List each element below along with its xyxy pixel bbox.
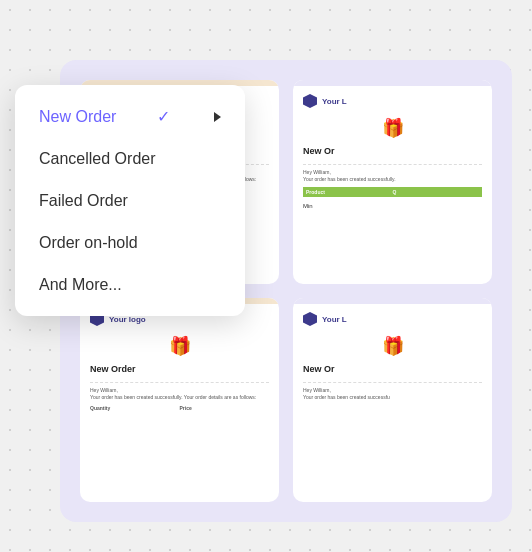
checkmark-icon: ✓ <box>157 107 170 126</box>
dropdown-item-new-order[interactable]: New Order ✓ <box>15 95 245 138</box>
card-body-2: Hey William,Your order has been created … <box>303 169 482 183</box>
logo-text-4: Your L <box>322 315 347 324</box>
col-price-3: Price <box>180 405 270 411</box>
gift-icon-2: 🎁 <box>379 114 407 142</box>
dropdown-item-more[interactable]: And More... <box>15 264 245 306</box>
dropdown-menu: New Order ✓ Cancelled Order Failed Order… <box>15 85 245 316</box>
dropdown-label-new-order: New Order <box>39 108 116 126</box>
logo-row-2: Your L <box>303 94 482 108</box>
card-title-3: New Order <box>90 364 269 374</box>
accent-bar-4 <box>293 298 492 304</box>
card-body-4: Hey William,Your order has been created … <box>303 387 482 401</box>
dropdown-label-cancelled: Cancelled Order <box>39 150 156 168</box>
card-title-4: New Or <box>303 364 482 374</box>
divider-4 <box>303 382 482 383</box>
cursor-arrow-icon <box>214 112 221 122</box>
dropdown-label-more: And More... <box>39 276 122 294</box>
card-title-2: New Or <box>303 146 482 156</box>
logo-text-2: Your L <box>322 97 347 106</box>
table-header-3: Quantity Price <box>90 405 269 411</box>
divider-3 <box>90 382 269 383</box>
shield-icon-4 <box>303 312 317 326</box>
col-qty-3: Quantity <box>90 405 180 411</box>
dropdown-item-failed[interactable]: Failed Order <box>15 180 245 222</box>
col-product: Product <box>306 189 393 195</box>
accent-bar-2 <box>293 80 492 86</box>
product-row-2: Min <box>303 203 482 209</box>
divider-2 <box>303 164 482 165</box>
dropdown-label-onhold: Order on-hold <box>39 234 138 252</box>
email-card-4: Your L 🎁 New Or Hey William,Your order h… <box>293 298 492 502</box>
email-card-3: Your logo 🎁 New Order Hey William,Your o… <box>80 298 279 502</box>
dropdown-label-failed: Failed Order <box>39 192 128 210</box>
logo-row-4: Your L <box>303 312 482 326</box>
table-header-2: Product Q <box>303 187 482 197</box>
email-card-2: Your L 🎁 New Or Hey William,Your order h… <box>293 80 492 284</box>
shield-icon-2 <box>303 94 317 108</box>
dropdown-item-onhold[interactable]: Order on-hold <box>15 222 245 264</box>
gift-icon-4: 🎁 <box>379 332 407 360</box>
gift-icon-3: 🎁 <box>166 332 194 360</box>
col-q: Q <box>393 189 480 195</box>
dropdown-item-cancelled[interactable]: Cancelled Order <box>15 138 245 180</box>
card-body-3: Hey William,Your order has been created … <box>90 387 269 401</box>
